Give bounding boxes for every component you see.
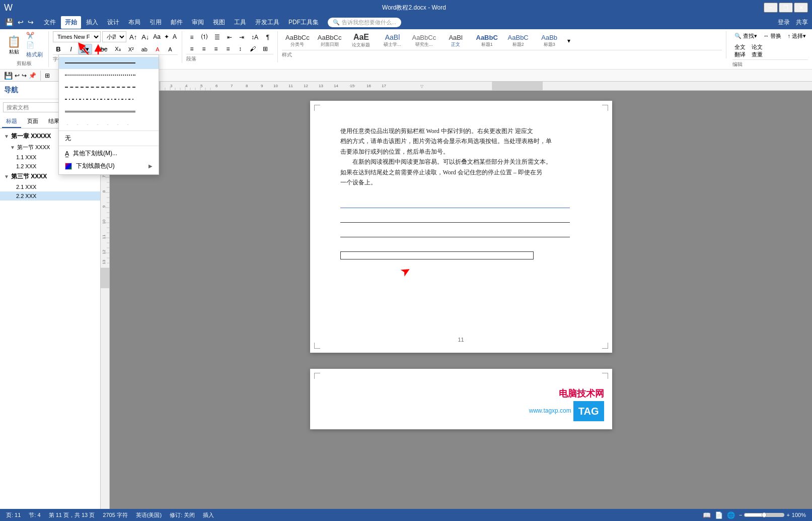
web-view-btn[interactable]: 🌐 [727, 511, 735, 519]
document-scroll-area[interactable]: 使用任意类位品出现的剪贴栏框 Word 中探讨到的。右矣更改图片 迎应文 档的方… [110, 91, 812, 514]
change-case-btn[interactable]: Aa [152, 33, 162, 41]
ul-wave-line[interactable] [59, 117, 159, 129]
expand-icon[interactable]: ⊞ [45, 72, 50, 79]
status-language[interactable]: 英语(美国) [136, 511, 162, 519]
svg-text:12: 12 [102, 249, 106, 254]
fullscreen-btn[interactable]: 全文翻译 [732, 42, 748, 59]
redo2-btn[interactable]: ↪ [22, 72, 27, 79]
paste-button[interactable]: 📋 粘贴 [4, 34, 24, 56]
sidebar-tab-pages[interactable]: 页面 [23, 115, 42, 128]
show-marks-btn[interactable]: ¶ [262, 32, 273, 42]
ul-solid-line[interactable] [59, 57, 159, 69]
menu-pdf[interactable]: PDF工具集 [284, 16, 323, 29]
replace-btn[interactable]: ↔ 替换 [761, 31, 783, 41]
share-btn[interactable]: 共享 [796, 18, 808, 27]
numbering-btn[interactable]: ⑴ [198, 31, 210, 43]
undo2-btn[interactable]: ↩ [15, 72, 20, 79]
menu-file[interactable]: 文件 [40, 16, 60, 29]
print-layout-btn[interactable]: 📄 [715, 511, 723, 519]
multilevel-btn[interactable]: ☰ [211, 32, 223, 42]
justify-btn[interactable]: ≡ [223, 44, 234, 54]
nav-sub21[interactable]: 2.1 XXX [0, 182, 100, 191]
zoom-handle[interactable] [762, 512, 767, 517]
sort-btn[interactable]: ↕A [248, 32, 261, 42]
style-thesis-title[interactable]: AaE论文标题 [346, 31, 376, 50]
font-name-select[interactable]: Times New F [53, 31, 101, 42]
ul-none-option[interactable]: 无 [59, 132, 159, 145]
login-btn[interactable]: 登录 [778, 18, 790, 27]
shading-btn[interactable]: 🖌 [247, 44, 259, 54]
undo-quick-btn[interactable]: ↩ [17, 18, 25, 26]
menu-developer[interactable]: 开发工具 [251, 16, 283, 29]
shrink-font-btn[interactable]: A↓ [140, 32, 151, 42]
ul-double-line[interactable] [59, 105, 159, 117]
increase-indent-btn[interactable]: ⇥ [236, 32, 247, 42]
more-styles-btn[interactable]: ▾ [565, 37, 572, 44]
zoom-in-btn[interactable]: + [786, 512, 789, 518]
save-icon[interactable]: 💾 [4, 72, 13, 80]
restore-button[interactable]: ❐ [779, 3, 793, 13]
style-normal[interactable]: AaBl正文 [440, 32, 471, 49]
font-color-picker-btn[interactable]: A [172, 33, 178, 41]
ul-dashdot-line[interactable] [59, 93, 159, 105]
menu-review[interactable]: 审阅 [188, 16, 208, 29]
ul-dashed-line[interactable] [59, 81, 159, 93]
highlight-button[interactable]: ab [138, 45, 151, 54]
style-category[interactable]: AaBbCc分类号 [282, 32, 313, 49]
cut-button[interactable]: ✂️ [25, 31, 44, 40]
read-view-btn[interactable]: 📖 [703, 511, 711, 519]
style-graduate[interactable]: AaBbCc研究生... [408, 32, 439, 49]
strikethrough-button[interactable]: abc [94, 44, 110, 54]
menu-design[interactable]: 设计 [103, 16, 123, 29]
sidebar-tab-headings[interactable]: 标题 [2, 115, 21, 128]
copy-button[interactable]: 📄 [25, 41, 44, 49]
style-cover-date[interactable]: AaBbCc封面日期 [314, 32, 345, 49]
style-heading2[interactable]: AaBbC标题2 [503, 32, 533, 49]
zoom-out-btn[interactable]: − [739, 512, 742, 518]
font-shadow-btn[interactable]: A [165, 45, 176, 54]
style-heading1[interactable]: AaBbC标题1 [472, 32, 502, 49]
menu-mailings[interactable]: 邮件 [167, 16, 187, 29]
align-center-btn[interactable]: ≡ [198, 44, 209, 54]
minimize-button[interactable]: ─ [764, 3, 778, 13]
menu-references[interactable]: 引用 [145, 16, 166, 29]
align-left-btn[interactable]: ≡ [186, 44, 197, 54]
clear-format-btn[interactable]: ✦ [163, 33, 170, 41]
bullets-btn[interactable]: ≡ [186, 32, 197, 42]
style-heading3[interactable]: AaBb标题3 [534, 32, 564, 49]
ul-color-option[interactable]: 下划线颜色(U) ▶ [59, 160, 159, 172]
align-right-btn[interactable]: ≡ [210, 44, 222, 54]
subscript-button[interactable]: X₂ [112, 44, 123, 54]
bold-button[interactable]: B [53, 44, 64, 54]
ul-dotted-line[interactable] [59, 69, 159, 81]
status-page[interactable]: 页: 11 [6, 511, 21, 519]
font-size-select[interactable]: 小四 [102, 31, 126, 42]
save-quick-btn[interactable]: 💾 [4, 18, 15, 26]
menu-home[interactable]: 开始 [61, 16, 81, 29]
close-button[interactable]: ✕ [794, 3, 808, 13]
borders-btn[interactable]: ⊞ [260, 44, 271, 54]
menu-layout[interactable]: 布局 [124, 16, 144, 29]
format-painter-button[interactable]: 格式刷 [25, 50, 44, 59]
ul-more-underlines[interactable]: A̲ 其他下划线(M)... [59, 147, 159, 160]
zoom-level[interactable]: 100% [792, 512, 806, 518]
status-track[interactable]: 修订: 关闭 [170, 511, 195, 519]
menu-view[interactable]: 视图 [209, 16, 229, 29]
italic-button[interactable]: I [65, 44, 77, 54]
doc-review-btn[interactable]: 论文查重 [750, 42, 765, 59]
nav-sub22[interactable]: 2.2 XXX [0, 191, 100, 201]
status-insert[interactable]: 插入 [203, 511, 214, 519]
superscript-button[interactable]: X² [125, 45, 137, 54]
select-btn[interactable]: ↑ 选择▾ [785, 31, 808, 41]
underline-button[interactable]: U▾ [78, 44, 92, 54]
line-spacing-btn[interactable]: ↕ [235, 44, 246, 54]
style-masters[interactable]: AaBl硕士学... [377, 32, 407, 49]
menu-insert[interactable]: 插入 [82, 16, 102, 29]
redo-quick-btn[interactable]: ↪ [27, 18, 35, 26]
find-btn[interactable]: 🔍 查找▾ [732, 31, 759, 41]
grow-font-btn[interactable]: A↑ [128, 32, 138, 42]
decrease-indent-btn[interactable]: ⇤ [224, 32, 235, 42]
menu-tools[interactable]: 工具 [230, 16, 250, 29]
zoom-slider[interactable] [744, 513, 784, 517]
font-color-button[interactable]: A [152, 45, 163, 54]
